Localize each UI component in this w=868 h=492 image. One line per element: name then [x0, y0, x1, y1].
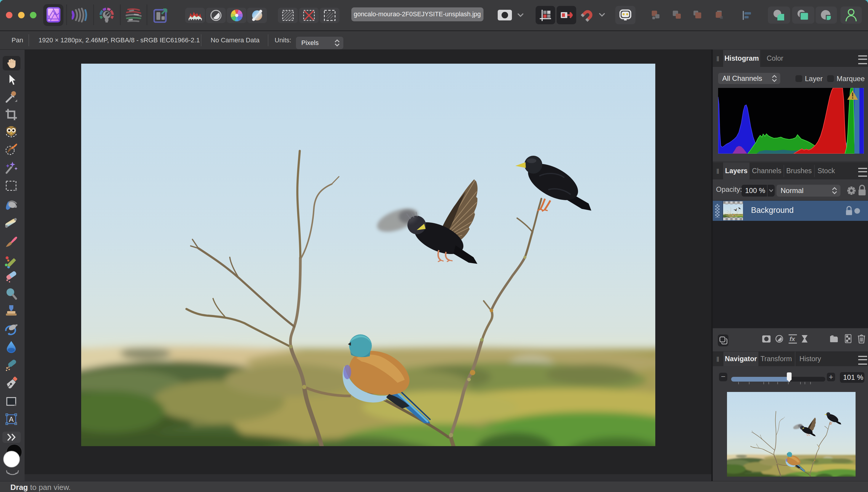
- svg-text:fx: fx: [790, 336, 795, 342]
- svg-text:A: A: [9, 415, 14, 423]
